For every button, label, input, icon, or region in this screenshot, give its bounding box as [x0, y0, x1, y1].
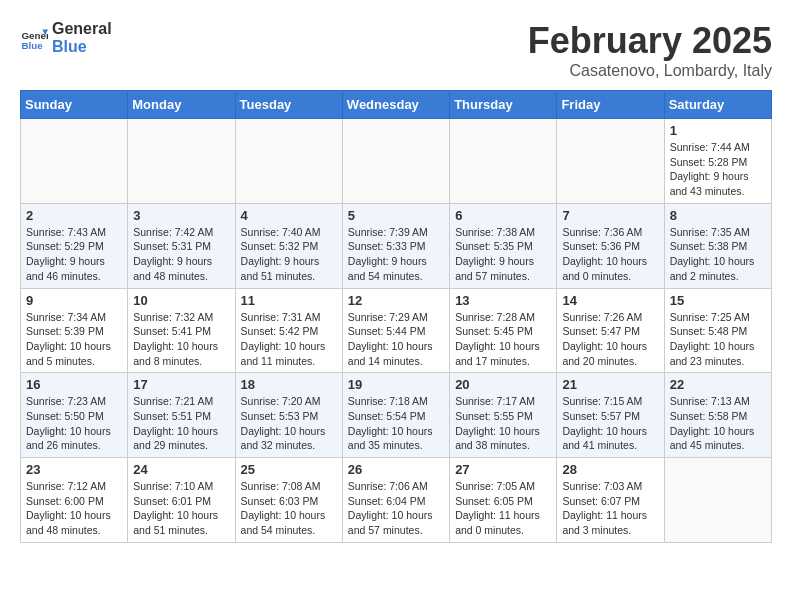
day-info: Sunrise: 7:34 AM Sunset: 5:39 PM Dayligh…: [26, 310, 122, 369]
calendar-cell: 27Sunrise: 7:05 AM Sunset: 6:05 PM Dayli…: [450, 458, 557, 543]
calendar-cell: 4Sunrise: 7:40 AM Sunset: 5:32 PM Daylig…: [235, 203, 342, 288]
day-number: 26: [348, 462, 444, 477]
title-block: February 2025 Casatenovo, Lombardy, Ital…: [528, 20, 772, 80]
svg-text:Blue: Blue: [21, 40, 43, 51]
day-number: 3: [133, 208, 229, 223]
day-number: 24: [133, 462, 229, 477]
calendar-cell: [128, 119, 235, 204]
day-info: Sunrise: 7:26 AM Sunset: 5:47 PM Dayligh…: [562, 310, 658, 369]
day-info: Sunrise: 7:05 AM Sunset: 6:05 PM Dayligh…: [455, 479, 551, 538]
calendar-cell: 7Sunrise: 7:36 AM Sunset: 5:36 PM Daylig…: [557, 203, 664, 288]
day-info: Sunrise: 7:13 AM Sunset: 5:58 PM Dayligh…: [670, 394, 766, 453]
day-number: 6: [455, 208, 551, 223]
day-number: 14: [562, 293, 658, 308]
weekday-header-tuesday: Tuesday: [235, 91, 342, 119]
day-info: Sunrise: 7:17 AM Sunset: 5:55 PM Dayligh…: [455, 394, 551, 453]
day-number: 13: [455, 293, 551, 308]
calendar-cell: 15Sunrise: 7:25 AM Sunset: 5:48 PM Dayli…: [664, 288, 771, 373]
day-info: Sunrise: 7:40 AM Sunset: 5:32 PM Dayligh…: [241, 225, 337, 284]
day-number: 7: [562, 208, 658, 223]
weekday-header-friday: Friday: [557, 91, 664, 119]
week-row-3: 9Sunrise: 7:34 AM Sunset: 5:39 PM Daylig…: [21, 288, 772, 373]
day-info: Sunrise: 7:35 AM Sunset: 5:38 PM Dayligh…: [670, 225, 766, 284]
day-number: 9: [26, 293, 122, 308]
calendar-cell: 28Sunrise: 7:03 AM Sunset: 6:07 PM Dayli…: [557, 458, 664, 543]
day-info: Sunrise: 7:42 AM Sunset: 5:31 PM Dayligh…: [133, 225, 229, 284]
logo-general: General: [52, 20, 112, 38]
day-info: Sunrise: 7:32 AM Sunset: 5:41 PM Dayligh…: [133, 310, 229, 369]
weekday-header-monday: Monday: [128, 91, 235, 119]
calendar-cell: 18Sunrise: 7:20 AM Sunset: 5:53 PM Dayli…: [235, 373, 342, 458]
calendar-cell: [235, 119, 342, 204]
logo: General Blue General Blue: [20, 20, 112, 55]
calendar-cell: 23Sunrise: 7:12 AM Sunset: 6:00 PM Dayli…: [21, 458, 128, 543]
day-info: Sunrise: 7:20 AM Sunset: 5:53 PM Dayligh…: [241, 394, 337, 453]
day-info: Sunrise: 7:28 AM Sunset: 5:45 PM Dayligh…: [455, 310, 551, 369]
calendar-cell: [450, 119, 557, 204]
calendar-cell: 1Sunrise: 7:44 AM Sunset: 5:28 PM Daylig…: [664, 119, 771, 204]
day-info: Sunrise: 7:06 AM Sunset: 6:04 PM Dayligh…: [348, 479, 444, 538]
day-number: 1: [670, 123, 766, 138]
calendar-cell: 13Sunrise: 7:28 AM Sunset: 5:45 PM Dayli…: [450, 288, 557, 373]
day-info: Sunrise: 7:10 AM Sunset: 6:01 PM Dayligh…: [133, 479, 229, 538]
day-number: 16: [26, 377, 122, 392]
day-info: Sunrise: 7:18 AM Sunset: 5:54 PM Dayligh…: [348, 394, 444, 453]
day-info: Sunrise: 7:08 AM Sunset: 6:03 PM Dayligh…: [241, 479, 337, 538]
day-number: 27: [455, 462, 551, 477]
calendar-cell: [21, 119, 128, 204]
day-number: 12: [348, 293, 444, 308]
day-number: 20: [455, 377, 551, 392]
calendar-cell: 12Sunrise: 7:29 AM Sunset: 5:44 PM Dayli…: [342, 288, 449, 373]
day-number: 10: [133, 293, 229, 308]
logo-icon: General Blue: [20, 24, 48, 52]
logo-blue: Blue: [52, 38, 112, 56]
week-row-5: 23Sunrise: 7:12 AM Sunset: 6:00 PM Dayli…: [21, 458, 772, 543]
week-row-2: 2Sunrise: 7:43 AM Sunset: 5:29 PM Daylig…: [21, 203, 772, 288]
calendar-cell: 20Sunrise: 7:17 AM Sunset: 5:55 PM Dayli…: [450, 373, 557, 458]
calendar-cell: 25Sunrise: 7:08 AM Sunset: 6:03 PM Dayli…: [235, 458, 342, 543]
day-info: Sunrise: 7:44 AM Sunset: 5:28 PM Dayligh…: [670, 140, 766, 199]
calendar-cell: 14Sunrise: 7:26 AM Sunset: 5:47 PM Dayli…: [557, 288, 664, 373]
day-number: 2: [26, 208, 122, 223]
day-number: 18: [241, 377, 337, 392]
day-info: Sunrise: 7:15 AM Sunset: 5:57 PM Dayligh…: [562, 394, 658, 453]
week-row-1: 1Sunrise: 7:44 AM Sunset: 5:28 PM Daylig…: [21, 119, 772, 204]
week-row-4: 16Sunrise: 7:23 AM Sunset: 5:50 PM Dayli…: [21, 373, 772, 458]
day-info: Sunrise: 7:36 AM Sunset: 5:36 PM Dayligh…: [562, 225, 658, 284]
weekday-header-row: SundayMondayTuesdayWednesdayThursdayFrid…: [21, 91, 772, 119]
calendar-cell: 24Sunrise: 7:10 AM Sunset: 6:01 PM Dayli…: [128, 458, 235, 543]
day-number: 4: [241, 208, 337, 223]
day-info: Sunrise: 7:25 AM Sunset: 5:48 PM Dayligh…: [670, 310, 766, 369]
weekday-header-saturday: Saturday: [664, 91, 771, 119]
calendar-title: February 2025: [528, 20, 772, 62]
day-info: Sunrise: 7:43 AM Sunset: 5:29 PM Dayligh…: [26, 225, 122, 284]
day-info: Sunrise: 7:21 AM Sunset: 5:51 PM Dayligh…: [133, 394, 229, 453]
calendar-cell: 22Sunrise: 7:13 AM Sunset: 5:58 PM Dayli…: [664, 373, 771, 458]
calendar-cell: 8Sunrise: 7:35 AM Sunset: 5:38 PM Daylig…: [664, 203, 771, 288]
day-number: 28: [562, 462, 658, 477]
day-number: 23: [26, 462, 122, 477]
day-info: Sunrise: 7:39 AM Sunset: 5:33 PM Dayligh…: [348, 225, 444, 284]
weekday-header-sunday: Sunday: [21, 91, 128, 119]
day-info: Sunrise: 7:38 AM Sunset: 5:35 PM Dayligh…: [455, 225, 551, 284]
calendar-cell: 16Sunrise: 7:23 AM Sunset: 5:50 PM Dayli…: [21, 373, 128, 458]
calendar-table: SundayMondayTuesdayWednesdayThursdayFrid…: [20, 90, 772, 543]
calendar-cell: 10Sunrise: 7:32 AM Sunset: 5:41 PM Dayli…: [128, 288, 235, 373]
day-number: 19: [348, 377, 444, 392]
weekday-header-thursday: Thursday: [450, 91, 557, 119]
day-number: 15: [670, 293, 766, 308]
day-number: 25: [241, 462, 337, 477]
calendar-cell: [557, 119, 664, 204]
calendar-cell: 3Sunrise: 7:42 AM Sunset: 5:31 PM Daylig…: [128, 203, 235, 288]
day-number: 21: [562, 377, 658, 392]
calendar-cell: 9Sunrise: 7:34 AM Sunset: 5:39 PM Daylig…: [21, 288, 128, 373]
day-info: Sunrise: 7:31 AM Sunset: 5:42 PM Dayligh…: [241, 310, 337, 369]
calendar-cell: [342, 119, 449, 204]
calendar-cell: 17Sunrise: 7:21 AM Sunset: 5:51 PM Dayli…: [128, 373, 235, 458]
day-number: 5: [348, 208, 444, 223]
calendar-cell: 19Sunrise: 7:18 AM Sunset: 5:54 PM Dayli…: [342, 373, 449, 458]
calendar-cell: 5Sunrise: 7:39 AM Sunset: 5:33 PM Daylig…: [342, 203, 449, 288]
calendar-cell: 21Sunrise: 7:15 AM Sunset: 5:57 PM Dayli…: [557, 373, 664, 458]
calendar-subtitle: Casatenovo, Lombardy, Italy: [528, 62, 772, 80]
calendar-cell: 26Sunrise: 7:06 AM Sunset: 6:04 PM Dayli…: [342, 458, 449, 543]
